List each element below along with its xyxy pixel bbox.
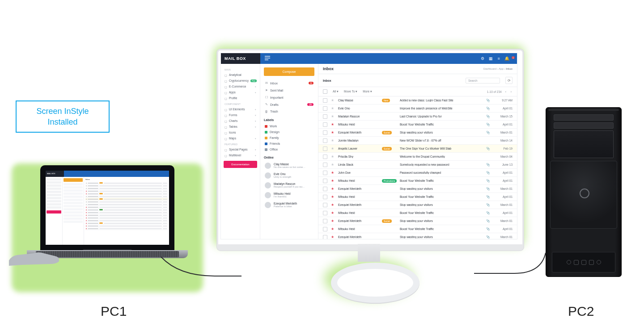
online-contact[interactable]: Madalyn RasconRespect yourself if you wo… (264, 180, 314, 190)
row-checkbox[interactable] (323, 235, 327, 239)
nav-item[interactable]: ◻Multilevel▾ (221, 152, 260, 158)
search-input[interactable]: Search (466, 78, 500, 84)
contact-status: Patience is bitter. (274, 205, 297, 208)
row-checkbox[interactable] (323, 114, 327, 119)
row-checkbox[interactable] (323, 211, 327, 215)
row-checkbox[interactable] (323, 130, 327, 135)
mail-folder[interactable]: ➤Sent Mail (264, 87, 314, 94)
primary-nav: MAIN ◻Analytical◻CryptocurrencyHot◻E-Com… (221, 64, 260, 239)
compose-button[interactable]: Compose (264, 67, 314, 76)
row-checkbox[interactable] (323, 227, 327, 231)
nav-item[interactable]: ◻Analytical (221, 72, 260, 78)
nav-item[interactable]: ◻E-Commerce▾ (221, 84, 260, 89)
more-menu[interactable]: More ▾ (363, 90, 372, 93)
row-checkbox[interactable] (323, 195, 327, 199)
nav-item[interactable]: ◻Tables▾ (221, 124, 260, 130)
mail-label[interactable]: Work (264, 123, 314, 129)
hamburger-icon[interactable] (265, 56, 270, 61)
mail-row[interactable]: ★Clay MasseNewAdded a new class: Login C… (318, 96, 517, 105)
row-checkbox[interactable] (323, 203, 327, 207)
mail-folder[interactable]: ✉Inbox6 (264, 80, 314, 87)
mail-row[interactable]: ★Angelic LauverSocialThe One Sign Your C… (318, 145, 517, 153)
star-icon[interactable]: ★ (331, 227, 335, 231)
online-contact[interactable]: Ezequiel MeridethPatience is bitter. (264, 200, 314, 210)
mail-from: Priscila Shy (338, 155, 378, 158)
mail-label[interactable]: Friends (264, 141, 314, 147)
mail-row[interactable]: ★Linda StackSomebody requested a new pas… (318, 161, 517, 169)
gear-icon[interactable]: ⚙ (481, 56, 484, 61)
online-contact[interactable]: Evie OnoUnity is strength (264, 171, 314, 180)
star-icon[interactable]: ★ (331, 106, 335, 110)
mail-row[interactable]: ★Mitsuko HeidBoost Your Website Traffic📎… (318, 193, 517, 201)
mail-row[interactable]: ★Mitsuko HeidPromotionsBoost Your Websit… (318, 177, 517, 185)
mail-label[interactable]: Family (264, 135, 314, 141)
row-checkbox[interactable] (323, 187, 327, 191)
mail-row[interactable]: ★Mitsuko HeidBoost Your Website Traffic📎… (318, 209, 517, 217)
row-checkbox[interactable] (323, 106, 327, 111)
star-icon[interactable]: ★ (331, 138, 335, 142)
row-checkbox[interactable] (323, 163, 327, 167)
nav-item[interactable]: ◻Charts▾ (221, 118, 260, 124)
nav-item[interactable]: ◻Forms▾ (221, 112, 260, 118)
mail-row[interactable]: ★Ezequiel MeridethSocialStop wasting you… (318, 129, 517, 137)
mail-row[interactable]: ★Evie OnoImprove the search presence of … (318, 105, 517, 113)
mail-label[interactable]: Design (264, 129, 314, 135)
star-icon[interactable]: ★ (331, 219, 335, 223)
documentation-button[interactable]: Documentation (224, 161, 257, 168)
nav-item[interactable]: ◻CryptocurrencyHot (221, 78, 260, 84)
mail-label[interactable]: Office (264, 147, 314, 152)
mail-row[interactable]: ★John DoePassword successfully changed📎A… (318, 169, 517, 177)
star-icon[interactable]: ★ (331, 163, 335, 167)
star-icon[interactable]: ★ (331, 155, 335, 159)
mail-folder[interactable]: ☐Important (264, 94, 314, 101)
nav-item[interactable]: ◻Apps▾ (221, 89, 260, 95)
star-icon[interactable]: ★ (331, 98, 335, 102)
select-all-checkbox[interactable] (323, 89, 327, 94)
filter-all[interactable]: All ▾ (333, 90, 339, 93)
star-icon[interactable]: ★ (331, 195, 335, 199)
star-icon[interactable]: ★ (331, 122, 335, 126)
row-checkbox[interactable] (323, 138, 327, 143)
row-checkbox[interactable] (323, 155, 327, 159)
row-checkbox[interactable] (323, 219, 327, 223)
nav-item[interactable]: ◻Special Pages▾ (221, 147, 260, 152)
mail-row[interactable]: ★Mitsuko HeidBoost Your Website Traffic📎… (318, 121, 517, 129)
row-checkbox[interactable] (323, 122, 327, 127)
star-icon[interactable]: ★ (331, 171, 335, 175)
star-icon[interactable]: ★ (331, 130, 335, 134)
page-next-button[interactable]: › (510, 90, 513, 93)
app-grid-icon[interactable]: ▦ (489, 56, 493, 61)
mail-folder[interactable]: ✎Drafts25 (264, 101, 314, 108)
row-checkbox[interactable] (323, 147, 327, 151)
row-checkbox[interactable] (323, 171, 327, 175)
row-checkbox[interactable] (323, 179, 327, 183)
star-icon[interactable]: ★ (331, 235, 335, 239)
star-icon[interactable]: ★ (331, 187, 335, 191)
star-icon[interactable]: ★ (331, 179, 335, 183)
mail-row[interactable]: ★Priscila ShyWelcome to the Drupal Commu… (318, 153, 517, 161)
nav-item[interactable]: ◻Icons (221, 130, 260, 135)
refresh-button[interactable]: ⟳ (505, 77, 513, 84)
star-icon[interactable]: ★ (331, 147, 335, 151)
mail-row[interactable]: ★Jonnie MadalynNew WOW Slider v7.8 - 67%… (318, 137, 517, 145)
star-icon[interactable]: ★ (331, 211, 335, 215)
page-prev-button[interactable]: ‹ (504, 90, 507, 93)
mail-row[interactable]: ★Madalyn RasconLast Chance: Upgrade to P… (318, 113, 517, 121)
move-to-menu[interactable]: Move To ▾ (344, 90, 357, 93)
mail-row[interactable]: ★Mitsuko HeidBoost Your Website Traffic📎… (318, 225, 517, 233)
mail-row[interactable]: ★Ezequiel MeridethSocialStop wasting you… (318, 217, 517, 225)
mail-row[interactable]: ★Ezequiel MeridethStop wasting your visi… (318, 185, 517, 193)
mail-row[interactable]: ★Ezequiel MeridethStop wasting your visi… (318, 201, 517, 209)
mail-folder[interactable]: 🗑Trash (264, 108, 314, 115)
nav-item[interactable]: ◻Profile (221, 95, 260, 101)
list-icon[interactable]: ≡ (497, 56, 500, 61)
star-icon[interactable]: ★ (331, 114, 335, 118)
bell-icon[interactable]: 🔔1 (504, 56, 513, 61)
star-icon[interactable]: ★ (331, 203, 335, 207)
nav-item[interactable]: ◻Maps▾ (221, 135, 260, 141)
mail-row[interactable]: ★Ezequiel MeridethStop wasting your visi… (318, 233, 517, 239)
nav-item[interactable]: ◻UI Elements▾ (221, 106, 260, 112)
online-contact[interactable]: Mitsuko HeidI'm thankful. (264, 190, 314, 200)
row-checkbox[interactable] (323, 98, 327, 103)
online-contact[interactable]: Clay MasseNo one saves us but ourse… (264, 161, 314, 171)
